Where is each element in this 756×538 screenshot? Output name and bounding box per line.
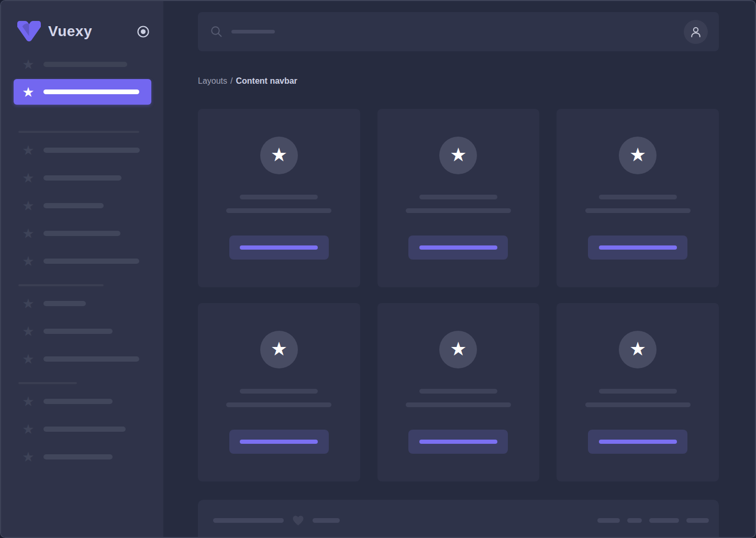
breadcrumb-current: Content navbar [236, 76, 297, 85]
footer-left [213, 515, 340, 526]
skeleton-text-line [419, 389, 497, 394]
skeleton-text-line [585, 402, 691, 407]
skeleton-text-line [599, 195, 677, 199]
star-icon: ★ [22, 227, 35, 240]
main-content: Layouts/Content navbar ★★★★★★ [163, 1, 755, 537]
card-button[interactable] [229, 236, 329, 260]
skeleton-text-bar [43, 175, 121, 181]
sidebar-menu-item[interactable]: ★ [22, 58, 151, 71]
card-avatar-circle: ★ [260, 331, 298, 368]
skeleton-text-bar [43, 203, 104, 208]
footer-card [198, 500, 719, 538]
skeleton-text-line [599, 389, 677, 394]
sidebar-menu-item[interactable]: ★ [22, 144, 151, 156]
card-avatar-circle: ★ [619, 331, 657, 368]
skeleton-text-line [240, 195, 318, 199]
card-button[interactable] [588, 430, 687, 454]
footer-skeleton-bar [649, 518, 679, 523]
skeleton-text-line [240, 389, 318, 394]
breadcrumb-separator: / [230, 76, 232, 85]
card: ★ [557, 303, 719, 481]
sidebar-pin-toggle-icon[interactable] [137, 25, 150, 38]
skeleton-text-bar [43, 454, 113, 459]
app-frame: Vuexy ★★★★★★★★★★★★★ [0, 0, 756, 538]
star-icon: ★ [22, 325, 35, 338]
sidebar-menu-item[interactable]: ★ [22, 227, 151, 240]
vuexy-logo-icon [17, 20, 41, 43]
card: ★ [377, 109, 540, 287]
card-button[interactable] [229, 430, 329, 454]
button-label-bar [599, 440, 677, 444]
star-icon: ★ [22, 353, 35, 365]
search-placeholder-bar [231, 30, 275, 33]
sidebar-header: Vuexy [1, 1, 163, 51]
sidebar-menu-item[interactable]: ★ [22, 172, 151, 184]
button-label-bar [419, 440, 497, 444]
card-avatar-circle: ★ [619, 137, 657, 174]
card-button[interactable] [408, 430, 508, 454]
sidebar-menu-item[interactable]: ★ [22, 395, 151, 408]
card-button[interactable] [588, 236, 687, 260]
sidebar-menu-item[interactable]: ★ [22, 255, 151, 267]
star-icon: ★ [22, 199, 35, 212]
person-icon [689, 25, 703, 39]
star-icon: ★ [22, 172, 35, 184]
star-icon: ★ [629, 145, 646, 164]
search-icon [210, 26, 223, 38]
sidebar-menu-item[interactable]: ★ [22, 297, 151, 310]
brand-logo[interactable]: Vuexy [17, 20, 92, 43]
skeleton-text-line [419, 195, 497, 199]
card: ★ [198, 109, 360, 287]
star-icon: ★ [450, 340, 466, 358]
star-icon: ★ [22, 255, 35, 267]
sidebar-section-divider [18, 284, 104, 286]
star-icon: ★ [22, 297, 35, 310]
sidebar-menu-item-active[interactable]: ★ [14, 79, 151, 105]
sidebar-section-divider [18, 382, 77, 384]
button-label-bar [240, 245, 318, 250]
sidebar-menu-item[interactable]: ★ [22, 423, 151, 435]
star-icon: ★ [22, 86, 35, 98]
footer-right [597, 518, 709, 523]
footer-skeleton-bar [213, 518, 284, 523]
card-button[interactable] [408, 236, 508, 260]
skeleton-text-line [585, 208, 691, 213]
star-icon: ★ [629, 340, 646, 358]
sidebar: Vuexy ★★★★★★★★★★★★★ [1, 1, 163, 537]
sidebar-menu-item[interactable]: ★ [22, 325, 151, 338]
footer-skeleton-bar [313, 518, 340, 523]
skeleton-text-bar [43, 259, 139, 264]
star-icon: ★ [22, 423, 35, 435]
star-icon: ★ [22, 451, 35, 463]
footer-skeleton-bar [597, 518, 620, 523]
sidebar-menu: ★★★★★★★★★★★★★ [1, 58, 163, 463]
breadcrumb-parent[interactable]: Layouts [198, 76, 227, 85]
sidebar-section-divider [18, 131, 139, 133]
button-label-bar [419, 245, 497, 250]
user-avatar[interactable] [684, 20, 708, 44]
search-box[interactable] [210, 26, 684, 38]
card-avatar-circle: ★ [439, 137, 477, 174]
skeleton-text-bar [43, 62, 127, 67]
card-avatar-circle: ★ [439, 331, 477, 368]
card-avatar-circle: ★ [260, 137, 298, 174]
skeleton-text-line [406, 208, 511, 213]
sidebar-menu-item[interactable]: ★ [22, 451, 151, 463]
footer-skeleton-bar [686, 518, 709, 523]
app-title: Vuexy [48, 23, 92, 40]
top-navbar [198, 12, 719, 51]
sidebar-menu-item[interactable]: ★ [22, 199, 151, 212]
skeleton-text-bar [43, 148, 140, 153]
skeleton-text-bar [43, 329, 113, 334]
footer-skeleton-bar [627, 518, 642, 523]
heart-icon [292, 515, 304, 526]
card-grid: ★★★★★★ [198, 109, 719, 481]
sidebar-menu-item[interactable]: ★ [22, 353, 151, 365]
skeleton-text-bar [43, 301, 86, 306]
star-icon: ★ [271, 145, 287, 164]
card: ★ [198, 303, 360, 481]
skeleton-text-bar [43, 399, 113, 404]
star-icon: ★ [271, 340, 287, 358]
skeleton-text-line [406, 402, 511, 407]
skeleton-text-bar [43, 89, 139, 94]
